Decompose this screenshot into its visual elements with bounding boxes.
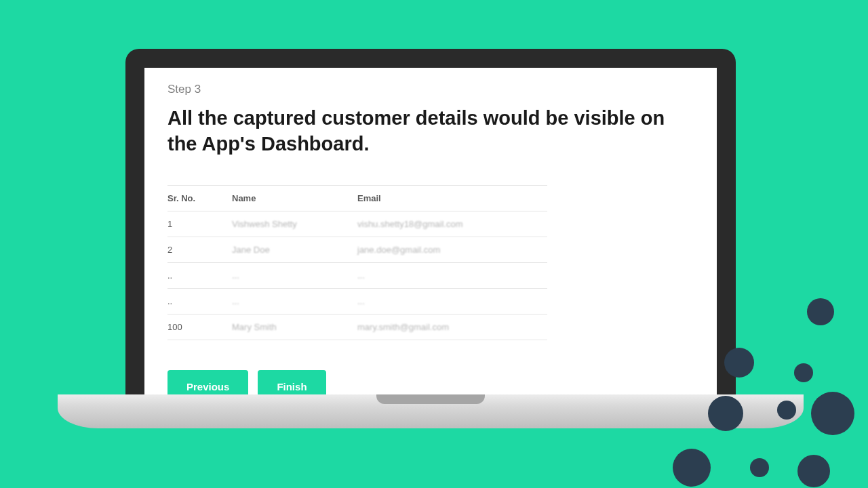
page-heading: All the captured customer details would … xyxy=(167,106,683,157)
laptop-notch xyxy=(376,394,485,404)
svg-point-8 xyxy=(797,455,830,487)
svg-point-0 xyxy=(807,298,834,325)
finish-button[interactable]: Finish xyxy=(258,370,326,394)
previous-button[interactable]: Previous xyxy=(167,370,248,394)
svg-point-3 xyxy=(708,396,743,431)
decorative-dots-icon xyxy=(651,285,854,488)
laptop-mockup: Step 3 All the captured customer details… xyxy=(125,49,736,428)
svg-point-5 xyxy=(811,392,854,435)
table-header-row: Sr. No. Name Email xyxy=(167,185,547,211)
cell-email: jane.doe@gmail.com xyxy=(357,245,547,255)
button-row: Previous Finish xyxy=(167,370,694,394)
cell-sr: .. xyxy=(167,296,232,306)
cell-name: ... xyxy=(232,296,357,306)
cell-name: Mary Smith xyxy=(232,322,357,332)
table-row: .. ... ... xyxy=(167,289,547,314)
cell-sr: .. xyxy=(167,270,232,281)
step-label: Step 3 xyxy=(167,83,694,96)
svg-point-1 xyxy=(724,348,754,378)
table-row: .. ... ... xyxy=(167,263,547,289)
customer-table: Sr. No. Name Email 1 Vishwesh Shetty vis… xyxy=(167,185,547,340)
table-row: 1 Vishwesh Shetty vishu.shetty18@gmail.c… xyxy=(167,211,547,237)
cell-sr: 1 xyxy=(167,219,232,229)
cell-email: vishu.shetty18@gmail.com xyxy=(357,219,547,229)
cell-email: mary.smith@gmail.com xyxy=(357,322,547,332)
cell-email: ... xyxy=(357,296,547,306)
cell-email: ... xyxy=(357,270,547,281)
table-header-email: Email xyxy=(357,193,547,203)
cell-name: Vishwesh Shetty xyxy=(232,219,357,229)
table-header-name: Name xyxy=(232,193,357,203)
cell-sr: 100 xyxy=(167,322,232,332)
svg-point-7 xyxy=(750,458,769,477)
laptop-bezel: Step 3 All the captured customer details… xyxy=(125,49,736,394)
svg-point-6 xyxy=(673,449,711,487)
svg-point-2 xyxy=(794,363,813,382)
table-header-sr: Sr. No. xyxy=(167,193,232,203)
cell-name: Jane Doe xyxy=(232,245,357,255)
svg-point-4 xyxy=(777,401,796,420)
table-row: 100 Mary Smith mary.smith@gmail.com xyxy=(167,314,547,340)
app-screen: Step 3 All the captured customer details… xyxy=(144,68,717,394)
table-row: 2 Jane Doe jane.doe@gmail.com xyxy=(167,237,547,263)
cell-sr: 2 xyxy=(167,245,232,255)
cell-name: ... xyxy=(232,270,357,281)
